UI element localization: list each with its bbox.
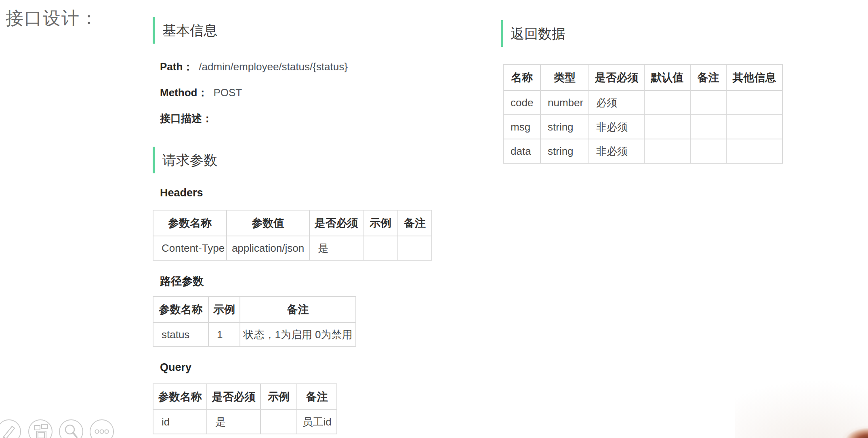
webcam-corner <box>838 421 868 438</box>
table-cell: id <box>153 410 207 434</box>
slides-icon[interactable] <box>29 420 52 438</box>
field-method: Method：POST <box>160 86 348 99</box>
more-icon[interactable] <box>90 420 113 438</box>
table-cell: 必须 <box>589 91 644 115</box>
column-header: 参数名称 <box>153 210 227 236</box>
table-cell <box>726 115 782 139</box>
table-cell <box>644 91 690 115</box>
table-header-row: 名称类型是否必须默认值备注其他信息 <box>503 65 782 91</box>
column-header: 备注 <box>690 65 726 91</box>
column-header: 其他信息 <box>726 65 782 91</box>
table-cell: 非必须 <box>589 139 644 163</box>
accent-bar <box>501 20 503 47</box>
path-params-table: 参数名称示例备注status1状态，1为启用 0为禁用 <box>153 296 356 347</box>
table-header-row: 参数名称示例备注 <box>153 297 356 322</box>
table-cell: 状态，1为启用 0为禁用 <box>240 322 356 347</box>
column-header: 名称 <box>503 65 540 91</box>
table-header-row: 参数名称是否必须示例备注 <box>153 384 337 410</box>
field-description: 接口描述： <box>160 112 348 125</box>
table-cell <box>644 115 690 139</box>
table-cell <box>363 236 398 260</box>
column-header: 示例 <box>261 384 297 410</box>
section-heading-basic-info: 基本信息 <box>153 17 217 44</box>
table-cell: 非必须 <box>589 115 644 139</box>
accent-bar <box>153 17 155 44</box>
query-table-label: Query <box>160 361 191 374</box>
presenter-toolbar <box>0 419 121 438</box>
table-header-row: 参数名称参数值是否必须示例备注 <box>153 210 432 236</box>
section-heading-response-data: 返回数据 <box>501 20 565 47</box>
table-cell: application/json <box>227 236 309 260</box>
basic-info-fields: Path：/admin/employee/status/{status} Met… <box>160 61 348 138</box>
field-label: Method： <box>160 86 208 99</box>
table-cell <box>261 410 297 434</box>
column-header: 参数名称 <box>153 384 207 410</box>
section-title: 基本信息 <box>162 17 217 44</box>
table-cell <box>690 115 726 139</box>
query-table: 参数名称是否必须示例备注id是员工id <box>153 383 337 434</box>
table-row: Content-Typeapplication/json是 <box>153 236 432 260</box>
field-value: /admin/employee/status/{status} <box>199 61 348 73</box>
table-cell: msg <box>503 115 540 139</box>
headers-table-label: Headers <box>160 187 203 199</box>
column-header: 备注 <box>297 384 337 410</box>
pen-icon[interactable] <box>0 420 21 438</box>
column-header: 示例 <box>363 210 398 236</box>
column-header: 是否必须 <box>589 65 644 91</box>
path-params-table-label: 路径参数 <box>160 274 204 288</box>
column-header: 参数名称 <box>153 297 208 322</box>
table-cell: 1 <box>208 322 240 347</box>
column-header: 示例 <box>208 297 240 322</box>
table-row: status1状态，1为启用 0为禁用 <box>153 322 356 347</box>
table-cell <box>726 139 782 163</box>
table-cell: number <box>540 91 589 115</box>
table-cell: string <box>540 115 589 139</box>
field-label: 接口描述： <box>160 112 212 124</box>
table-row: codenumber必须 <box>503 91 782 115</box>
field-label: Path： <box>160 61 193 73</box>
zoom-icon[interactable] <box>59 420 83 438</box>
table-cell: 是 <box>309 236 363 260</box>
headers-table: 参数名称参数值是否必须示例备注Content-Typeapplication/j… <box>153 210 432 261</box>
column-header: 类型 <box>540 65 589 91</box>
column-header: 是否必须 <box>309 210 363 236</box>
section-title: 返回数据 <box>511 20 565 47</box>
table-cell <box>644 139 690 163</box>
table-cell: status <box>153 322 208 347</box>
column-header: 备注 <box>398 210 432 236</box>
table-cell: Content-Type <box>153 236 227 260</box>
table-cell <box>726 91 782 115</box>
table-cell <box>398 236 432 260</box>
table-cell: 是 <box>207 410 261 434</box>
column-header: 是否必须 <box>207 384 261 410</box>
table-cell: data <box>503 139 540 163</box>
field-value: POST <box>213 86 242 99</box>
table-row: datastring非必须 <box>503 139 782 163</box>
page-title: 接口设计： <box>6 6 99 30</box>
response-data-table: 名称类型是否必须默认值备注其他信息codenumber必须msgstring非必… <box>503 64 783 164</box>
column-header: 备注 <box>240 297 356 322</box>
table-row: msgstring非必须 <box>503 115 782 139</box>
section-title: 请求参数 <box>162 147 217 173</box>
table-row: id是员工id <box>153 410 337 434</box>
field-path: Path：/admin/employee/status/{status} <box>160 61 348 73</box>
table-cell <box>690 91 726 115</box>
table-cell: code <box>503 91 540 115</box>
table-cell <box>690 139 726 163</box>
table-cell: 员工id <box>297 410 337 434</box>
column-header: 默认值 <box>644 65 690 91</box>
accent-bar <box>153 147 155 173</box>
section-heading-request-params: 请求参数 <box>153 147 217 173</box>
table-cell: string <box>540 139 589 163</box>
column-header: 参数值 <box>227 210 309 236</box>
webcam-blob <box>735 381 868 438</box>
